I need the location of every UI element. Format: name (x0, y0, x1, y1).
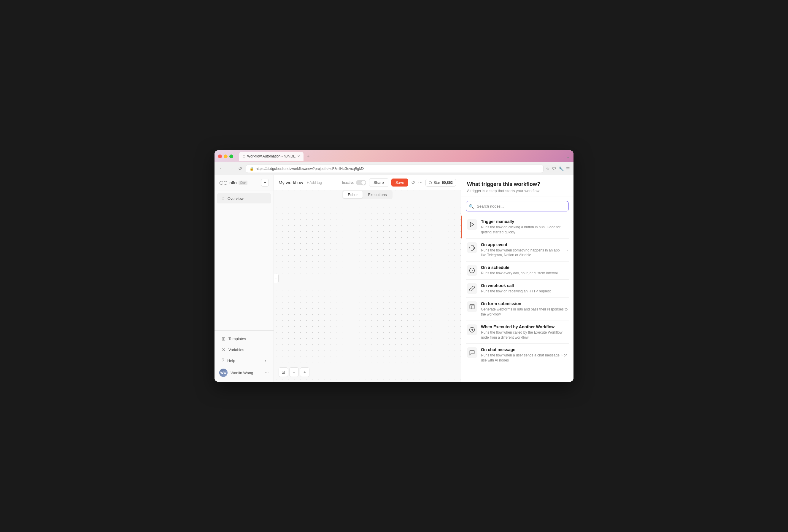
trigger-item-trigger-manually[interactable]: Trigger manuallyRuns the flow on clickin… (461, 216, 573, 239)
panel-title: What triggers this workflow? (467, 181, 568, 187)
workflow-name[interactable]: My workflow (279, 180, 303, 185)
sidebar-variables-label: Variables (229, 348, 244, 352)
close-traffic-light[interactable] (218, 155, 222, 158)
canvas-area: My workflow + Add tag Inactive Share Sav… (274, 175, 461, 382)
shield-icon[interactable]: 🛡 (552, 166, 556, 171)
main-content: ⬡⬡ n8n Dev + ⌂ Overview ⊞ Templates ✕ (215, 175, 573, 382)
sidebar-item-help[interactable]: ? Help ▾ (217, 355, 271, 366)
sidebar-header: ⬡⬡ n8n Dev + (215, 175, 274, 190)
sidebar-item-variables[interactable]: ✕ Variables (217, 345, 271, 355)
maximize-traffic-light[interactable] (229, 155, 233, 158)
add-tag-button[interactable]: + Add tag (307, 181, 322, 185)
tab-area: ⬡ Workflow Automation - n8n[DE ✕ + (239, 152, 310, 161)
sidebar: ⬡⬡ n8n Dev + ⌂ Overview ⊞ Templates ✕ (215, 175, 274, 382)
tab-executions[interactable]: Executions (363, 191, 392, 198)
search-icon: 🔍 (469, 204, 474, 209)
zoom-out-button[interactable]: − (289, 367, 299, 377)
on-chat-content: On chat messageRuns the flow when a user… (481, 347, 569, 363)
user-item[interactable]: WW Wanlin Wang ··· (215, 366, 274, 379)
canvas-background (274, 175, 461, 382)
browser-tab[interactable]: ⬡ Workflow Automation - n8n[DE ✕ (239, 152, 303, 161)
sidebar-bottom: ⊞ Templates ✕ Variables ? Help ▾ WW Wanl… (215, 330, 274, 382)
home-icon: ⌂ (222, 196, 224, 201)
when-executed-desc: Runs the flow when called by the Execute… (481, 330, 569, 340)
toggle-thumb (361, 181, 366, 185)
panel-subtitle: A trigger is a step that starts your wor… (467, 189, 568, 193)
menu-icon[interactable]: ☰ (566, 166, 570, 171)
view-tabs: Editor Executions (342, 190, 393, 199)
status-label: Inactive (342, 181, 354, 185)
on-app-event-content: On app eventRuns the flow when something… (481, 242, 561, 258)
app-header: My workflow + Add tag Inactive Share Sav… (274, 175, 461, 190)
trigger-item-on-form[interactable]: On form submissionGenerate webforms in n… (461, 298, 573, 321)
on-form-icon (467, 301, 477, 312)
traffic-lights (218, 155, 233, 158)
address-input-area[interactable]: 🔒 https://ai.dgclouds.net/workflow/new?p… (245, 165, 544, 173)
svg-marker-0 (470, 222, 474, 227)
browser-window: ⬡ Workflow Automation - n8n[DE ✕ + ⌄ ← →… (215, 150, 573, 382)
sidebar-nav: ⌂ Overview (215, 190, 274, 330)
status-toggle-area: Inactive (342, 180, 366, 185)
title-bar-right-icon: ⌄ (566, 154, 570, 159)
sidebar-help-label: Help (227, 359, 235, 363)
on-form-name: On form submission (481, 301, 569, 306)
forward-button[interactable]: → (228, 165, 235, 172)
tab-close-button[interactable]: ✕ (297, 155, 300, 158)
github-star-button[interactable]: ⬡ Star 60,862 (426, 179, 456, 186)
trigger-item-on-schedule[interactable]: On a scheduleRuns the flow every day, ho… (461, 262, 573, 279)
security-icon: 🔒 (250, 167, 254, 171)
on-schedule-desc: Runs the flow every day, hour, or custom… (481, 271, 569, 276)
trigger-item-on-app-event[interactable]: On app eventRuns the flow when something… (461, 239, 573, 262)
bookmark-icon[interactable]: ☆ (546, 166, 550, 171)
on-schedule-content: On a scheduleRuns the flow every day, ho… (481, 265, 569, 276)
logo-text: n8n (229, 180, 237, 185)
canvas-toolbar: ⊡ − + (279, 367, 310, 377)
undo-button[interactable]: ↺ (411, 180, 415, 185)
browser-toolbar-icons: ☆ 🛡 🔧 ☰ (546, 166, 570, 171)
zoom-in-button[interactable]: + (300, 367, 310, 377)
star-count: 60,862 (442, 181, 453, 185)
trigger-item-on-webhook[interactable]: On webhook callRuns the flow on receivin… (461, 280, 573, 298)
user-name-label: Wanlin Wang (231, 371, 262, 375)
search-box: 🔍 (466, 201, 569, 211)
back-button[interactable]: ← (218, 165, 225, 172)
sidebar-item-templates[interactable]: ⊞ Templates (217, 334, 271, 344)
refresh-button[interactable]: ↺ (237, 165, 243, 172)
extension-icon[interactable]: 🔧 (559, 166, 564, 171)
title-bar: ⬡ Workflow Automation - n8n[DE ✕ + ⌄ (215, 150, 573, 162)
when-executed-content: When Executed by Another WorkflowRuns th… (481, 324, 569, 340)
sidebar-overview-label: Overview (228, 196, 243, 201)
add-workflow-button[interactable]: + (261, 179, 269, 186)
user-more-button[interactable]: ··· (265, 370, 269, 375)
templates-icon: ⊞ (222, 336, 225, 342)
on-app-event-icon (467, 242, 477, 253)
trigger-item-when-executed[interactable]: When Executed by Another WorkflowRuns th… (461, 321, 573, 344)
trigger-manually-desc: Runs the flow on clicking a button in n8… (481, 225, 569, 235)
minimize-traffic-light[interactable] (224, 155, 228, 158)
user-initials: WW (220, 371, 226, 374)
new-tab-button[interactable]: + (307, 153, 310, 160)
sidebar-templates-label: Templates (229, 336, 246, 341)
trigger-manually-name: Trigger manually (481, 219, 569, 224)
url-display: https://ai.dgclouds.net/workflow/new?pro… (256, 167, 365, 171)
star-label: Star (433, 181, 440, 185)
panel-header: What triggers this workflow? A trigger i… (461, 175, 573, 197)
save-button[interactable]: Save (391, 179, 409, 186)
share-button[interactable]: Share (369, 178, 388, 187)
user-avatar: WW (219, 369, 228, 377)
select-tool-button[interactable]: ⊡ (279, 367, 288, 377)
sidebar-item-overview[interactable]: ⌂ Overview (217, 193, 271, 203)
tab-editor[interactable]: Editor (343, 191, 362, 198)
trigger-manually-content: Trigger manuallyRuns the flow on clickin… (481, 219, 569, 235)
n8n-logo: ⬡⬡ n8n Dev (219, 180, 248, 186)
search-input[interactable] (466, 201, 569, 211)
logo-icon: ⬡⬡ (219, 180, 228, 186)
github-icon: ⬡ (429, 181, 432, 185)
trigger-item-on-chat[interactable]: On chat messageRuns the flow when a user… (461, 344, 573, 367)
more-options-button[interactable]: ··· (418, 179, 422, 186)
address-bar: ← → ↺ 🔒 https://ai.dgclouds.net/workflow… (215, 162, 573, 175)
on-webhook-icon (467, 283, 477, 294)
collapse-panel-button[interactable]: ‹ (274, 274, 279, 283)
active-toggle[interactable] (356, 180, 366, 185)
help-chevron-icon: ▾ (264, 359, 267, 363)
